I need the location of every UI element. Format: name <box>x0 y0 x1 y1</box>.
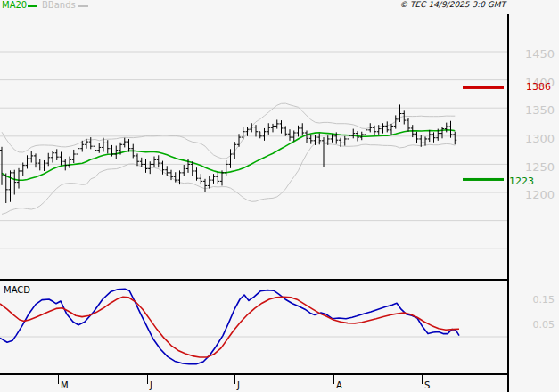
month-tick-september <box>422 374 423 384</box>
month-label-june: J <box>150 380 152 390</box>
price-tick-1250: 1250 <box>512 160 555 174</box>
price-tick-1450: 1450 <box>512 47 555 61</box>
macd-panel-label: MACD <box>4 285 30 295</box>
price-chart <box>0 20 507 279</box>
month-label-september: S <box>424 380 430 390</box>
alert-level-upper-label: 1386 <box>526 81 551 93</box>
month-label-july: J <box>237 380 240 390</box>
x-axis-line <box>0 373 507 375</box>
ma20-line <box>2 130 455 181</box>
month-tick-august <box>333 374 334 384</box>
macd-line <box>0 289 459 364</box>
macd-tick-015: 0.15 <box>512 294 555 306</box>
legend-bbands-label: BBands <box>42 0 76 11</box>
alert-level-lower-label: 1223 <box>509 176 534 187</box>
macd-chart <box>0 281 507 373</box>
copyright-text: © TEC 14/9/2025 3:0 GMT <box>399 0 506 9</box>
bollinger-lower-band <box>2 143 455 215</box>
price-tick-1300: 1300 <box>512 132 555 145</box>
month-label-may: M <box>61 380 69 390</box>
month-tick-june <box>147 374 148 384</box>
bbands-line-swatch <box>78 5 88 7</box>
ma20-line-swatch <box>28 5 37 7</box>
right-axis-border <box>507 14 509 392</box>
alert-level-line <box>463 178 504 181</box>
price-tick-1350: 1350 <box>512 103 555 117</box>
legend-ma20-label: MA20 <box>2 0 27 11</box>
month-tick-may <box>58 374 59 384</box>
stock-chart-window: MA20 BBands © TEC 14/9/2025 3:0 GMT MACD… <box>0 0 559 392</box>
month-tick-july <box>234 374 235 384</box>
macd-tick-005: 0.05 <box>512 319 555 331</box>
month-label-august: A <box>336 380 342 390</box>
price-tick-1200: 1200 <box>512 188 555 201</box>
alert-level-line <box>463 86 504 89</box>
